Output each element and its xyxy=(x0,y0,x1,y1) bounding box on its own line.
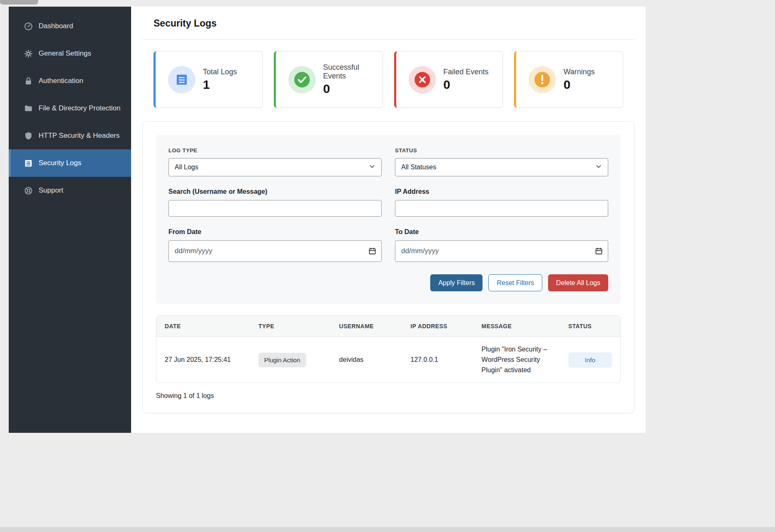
sidebar-item-label: Security Logs xyxy=(39,159,81,167)
calendar-icon[interactable] xyxy=(595,247,603,255)
stat-value: 0 xyxy=(323,82,374,96)
log-type-selected-value: All Logs xyxy=(175,164,198,171)
to-date-group: To Date xyxy=(395,228,608,262)
sidebar-item-label: HTTP Security & Headers xyxy=(39,131,119,140)
sidebar-item-support[interactable]: Support xyxy=(9,177,131,204)
sidebar-item-label: Dashboard xyxy=(39,22,73,30)
stat-value: 0 xyxy=(563,78,595,92)
log-date-cell: 27 Jun 2025, 17:25:41 xyxy=(156,337,250,383)
window-bottom-edge xyxy=(0,527,775,532)
stat-value: 1 xyxy=(203,78,237,92)
lifering-icon xyxy=(24,186,33,195)
to-date-label: To Date xyxy=(395,228,608,236)
sidebar-item-general-settings[interactable]: General Settings xyxy=(9,40,131,67)
sidebar-item-label: File & Directory Protection xyxy=(39,104,120,112)
exclamation-circle-icon xyxy=(529,66,556,93)
log-type-badge: Plugin Action xyxy=(258,353,306,367)
stat-card-successful-events: Successful Events 0 xyxy=(274,51,383,108)
stat-label: Successful Events xyxy=(323,63,374,81)
status-badge: Info xyxy=(568,352,612,368)
ip-field-group: IP Address xyxy=(395,188,608,217)
to-date-input[interactable] xyxy=(395,240,608,262)
apply-filters-button[interactable]: Apply Filters xyxy=(430,274,483,291)
status-label: STATUS xyxy=(395,147,608,154)
stat-text: Successful Events 0 xyxy=(323,63,374,96)
column-header-date: DATE xyxy=(156,316,250,337)
page-header: Security Logs xyxy=(142,7,634,40)
log-type-cell: Plugin Action xyxy=(250,337,331,383)
sidebar-item-dashboard[interactable]: Dashboard xyxy=(9,12,131,40)
stat-text: Total Logs 1 xyxy=(203,68,237,92)
chevron-down-icon xyxy=(595,163,602,171)
window-tab-artifact xyxy=(0,0,38,5)
log-type-label: LOG TYPE xyxy=(168,147,382,154)
status-select[interactable]: All Statuses xyxy=(395,158,608,176)
sidebar-item-authentication[interactable]: Authentication xyxy=(9,67,131,95)
stat-text: Failed Events 0 xyxy=(444,68,489,92)
log-ip-cell: 127.0.0.1 xyxy=(402,337,473,383)
x-circle-icon xyxy=(409,66,436,93)
dashboard-icon xyxy=(24,22,33,31)
shield-icon xyxy=(24,131,33,140)
list-icon xyxy=(24,159,33,168)
sidebar-item-file-directory-protection[interactable]: File & Directory Protection xyxy=(9,95,131,122)
sidebar: Dashboard General Settings xyxy=(9,7,131,433)
search-label: Search (Username or Message) xyxy=(168,188,382,195)
page-title: Security Logs xyxy=(154,18,623,29)
stat-label: Warnings xyxy=(563,68,595,76)
table-header-row: DATE TYPE USERNAME IP ADDRESS MESSAGE ST… xyxy=(156,316,620,337)
check-circle-icon xyxy=(288,66,316,93)
main-content: Security Logs Total Logs 1 xyxy=(131,7,646,433)
plugin-admin-page: Dashboard General Settings xyxy=(9,7,646,433)
stat-text: Warnings 0 xyxy=(563,68,595,92)
sidebar-item-label: Authentication xyxy=(39,76,83,85)
column-header-type: TYPE xyxy=(250,316,331,337)
table-row: 27 Jun 2025, 17:25:41 Plugin Action deiv… xyxy=(156,337,620,383)
log-username-cell: deividas xyxy=(331,337,402,383)
stat-label: Total Logs xyxy=(203,68,237,76)
from-date-group: From Date xyxy=(168,228,382,262)
filter-actions: Apply Filters Reset Filters Delete All L… xyxy=(168,274,608,291)
stat-value: 0 xyxy=(444,78,489,92)
gear-icon xyxy=(24,49,33,58)
search-field-group: Search (Username or Message) xyxy=(168,188,382,217)
folder-icon xyxy=(24,104,33,113)
status-selected-value: All Statuses xyxy=(401,164,436,171)
stat-card-total-logs: Total Logs 1 xyxy=(154,51,263,108)
chevron-down-icon xyxy=(369,163,375,171)
stat-card-failed-events: Failed Events 0 xyxy=(394,51,503,108)
sidebar-item-label: General Settings xyxy=(39,49,91,58)
from-date-input[interactable] xyxy=(168,240,382,262)
column-header-ip-address: IP ADDRESS xyxy=(402,316,473,337)
log-message-cell: Plugin "Iron Security – WordPress Securi… xyxy=(473,337,560,383)
from-date-label: From Date xyxy=(168,228,382,236)
column-header-message: MESSAGE xyxy=(473,316,560,337)
filters-panel: LOG TYPE All Logs STATUS All Statuses xyxy=(156,135,621,304)
ip-address-input[interactable] xyxy=(395,200,608,217)
ip-address-label: IP Address xyxy=(395,188,608,195)
sidebar-item-label: Support xyxy=(39,186,63,195)
logs-card: LOG TYPE All Logs STATUS All Statuses xyxy=(142,121,634,413)
stats-row: Total Logs 1 Successful Events 0 xyxy=(154,51,623,108)
stat-label: Failed Events xyxy=(444,68,489,76)
stat-card-warnings: Warnings 0 xyxy=(514,51,623,108)
column-header-username: USERNAME xyxy=(331,316,402,337)
calendar-icon[interactable] xyxy=(368,247,376,255)
status-field: STATUS All Statuses xyxy=(395,147,608,176)
results-summary: Showing 1 of 1 logs xyxy=(156,392,621,400)
log-type-select[interactable]: All Logs xyxy=(168,158,382,176)
log-type-field: LOG TYPE All Logs xyxy=(168,147,382,176)
logs-table: DATE TYPE USERNAME IP ADDRESS MESSAGE ST… xyxy=(156,315,621,383)
delete-all-logs-button[interactable]: Delete All Logs xyxy=(548,274,608,291)
column-header-status: STATUS xyxy=(560,316,620,337)
sidebar-item-security-logs[interactable]: Security Logs xyxy=(9,149,131,177)
list-icon xyxy=(168,66,195,93)
lock-icon xyxy=(24,76,33,85)
reset-filters-button[interactable]: Reset Filters xyxy=(488,274,542,291)
log-status-cell: Info xyxy=(560,337,620,383)
search-input[interactable] xyxy=(168,200,382,217)
sidebar-item-http-security-headers[interactable]: HTTP Security & Headers xyxy=(9,122,131,149)
